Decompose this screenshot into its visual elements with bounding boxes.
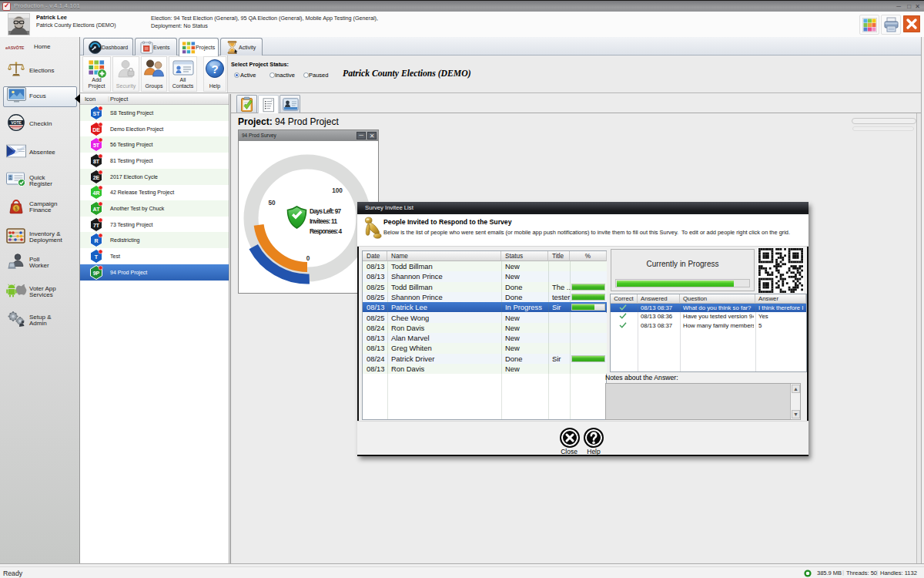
svg-text:Responses: 4: Responses: 4 [310, 228, 342, 235]
svg-text:T: T [95, 254, 99, 259]
svg-text:7T: 7T [93, 222, 100, 227]
svg-text:AT: AT [93, 206, 101, 211]
svg-text:8T: 8T [93, 158, 100, 163]
svg-text:Invitees: 11: Invitees: 11 [310, 218, 337, 225]
svg-text:ST: ST [93, 111, 101, 116]
svg-text:0: 0 [306, 255, 310, 262]
svg-text:$: $ [15, 206, 18, 212]
svg-text:Days Left: 97: Days Left: 97 [310, 208, 341, 215]
svg-text:9P: 9P [93, 270, 100, 275]
svg-text:50: 50 [268, 200, 276, 207]
svg-text:R: R [94, 238, 98, 244]
svg-text:eASVŌTE: eASVŌTE [5, 45, 25, 50]
svg-text:VOTE: VOTE [11, 120, 22, 125]
svg-text:5T: 5T [93, 143, 100, 148]
svg-text:?: ? [211, 62, 218, 76]
svg-text:DE: DE [92, 126, 100, 132]
svg-text:100: 100 [332, 187, 343, 194]
svg-text:2E: 2E [93, 174, 100, 180]
svg-text:4R: 4R [93, 190, 100, 196]
